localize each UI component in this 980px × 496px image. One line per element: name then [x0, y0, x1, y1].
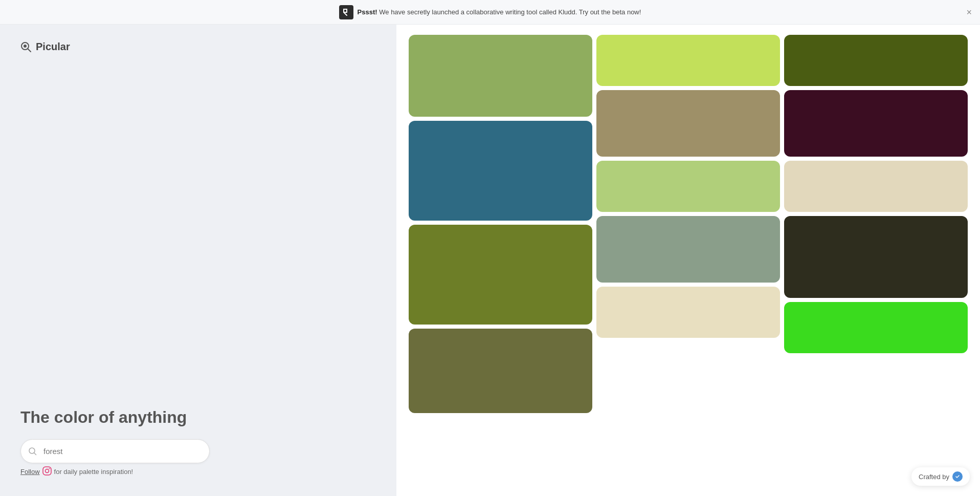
crafted-by-text: Crafted by: [919, 473, 949, 481]
search-icon: [29, 447, 37, 456]
picular-logo-icon: [20, 41, 32, 53]
color-swatch[interactable]: [409, 329, 592, 413]
color-swatch[interactable]: [784, 35, 968, 86]
instagram-icon: [42, 466, 52, 478]
color-swatch[interactable]: [784, 302, 968, 353]
color-swatch[interactable]: [784, 216, 968, 298]
left-panel: Picular The color of anything forest Fol…: [0, 25, 396, 496]
svg-point-7: [49, 468, 50, 469]
svg-point-1: [24, 45, 27, 48]
banner-text: Pssst! We have secretly launched a colla…: [358, 8, 641, 16]
color-swatch[interactable]: [784, 90, 968, 157]
color-swatch[interactable]: [596, 35, 780, 86]
follow-suffix: for daily palette inspiration!: [54, 468, 133, 476]
logo-text: Picular: [36, 41, 70, 53]
crafted-by-badge: Crafted by: [911, 467, 970, 486]
kludd-logo-icon: [339, 5, 353, 19]
color-swatch[interactable]: [596, 216, 780, 283]
tagline-area: The color of anything: [20, 407, 376, 427]
color-swatch[interactable]: [784, 161, 968, 212]
svg-line-4: [34, 452, 36, 455]
color-swatch[interactable]: [409, 225, 592, 325]
svg-line-2: [28, 49, 31, 52]
color-swatch[interactable]: [409, 35, 592, 117]
banner-close-button[interactable]: ×: [966, 8, 972, 17]
svg-rect-5: [43, 467, 51, 475]
color-swatch[interactable]: [409, 121, 592, 221]
follow-link[interactable]: Follow: [20, 468, 40, 476]
search-box[interactable]: forest: [20, 439, 210, 463]
follow-area: Follow for daily palette inspiration!: [20, 466, 133, 478]
color-swatch[interactable]: [596, 90, 780, 157]
color-column-1: [409, 35, 592, 413]
color-column-2: [596, 35, 780, 338]
svg-point-6: [45, 469, 49, 473]
color-swatch[interactable]: [596, 161, 780, 212]
verified-check-icon: [952, 471, 963, 482]
color-results-panel: [396, 25, 980, 496]
announcement-banner: Pssst! We have secretly launched a colla…: [0, 0, 980, 25]
tagline-heading: The color of anything: [20, 407, 376, 427]
logo-area: Picular: [20, 41, 376, 53]
search-input[interactable]: forest: [20, 439, 210, 463]
color-swatch[interactable]: [596, 287, 780, 338]
color-grid: [409, 35, 968, 413]
color-column-3: [784, 35, 968, 353]
